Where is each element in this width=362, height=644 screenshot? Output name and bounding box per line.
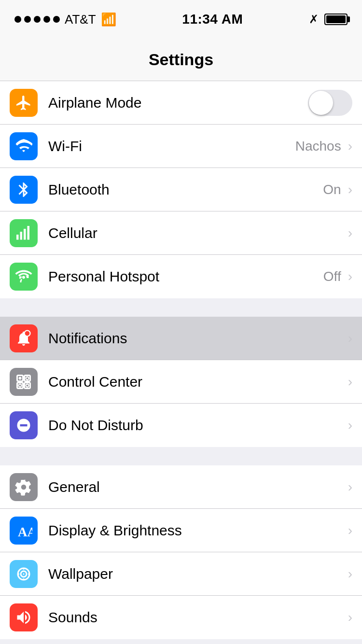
notifications-label: Notifications bbox=[48, 330, 346, 347]
row-cellular[interactable]: Cellular › bbox=[0, 211, 362, 255]
svg-point-18 bbox=[18, 573, 19, 574]
divider-1 bbox=[0, 298, 362, 317]
signal-dots bbox=[14, 16, 60, 23]
svg-text:AA: AA bbox=[18, 525, 32, 539]
status-time: 11:34 AM bbox=[182, 12, 243, 27]
hotspot-label: Personal Hotspot bbox=[48, 268, 323, 285]
row-notifications[interactable]: Notifications › bbox=[0, 317, 362, 360]
dot-1 bbox=[14, 16, 21, 23]
svg-point-11 bbox=[19, 384, 22, 387]
svg-rect-3 bbox=[28, 226, 30, 240]
airplane-mode-toggle[interactable] bbox=[308, 90, 352, 116]
section-device: General › AA Display & Brightness › Wall… bbox=[0, 465, 362, 639]
row-do-not-disturb[interactable]: Do Not Disturb › bbox=[0, 404, 362, 447]
page-title: Settings bbox=[149, 50, 213, 69]
do-not-disturb-label: Do Not Disturb bbox=[48, 417, 346, 434]
section-connectivity: Airplane Mode Wi-Fi Nachos › Bluetooth O… bbox=[0, 81, 362, 298]
wifi-label: Wi-Fi bbox=[48, 138, 295, 154]
page-title-bar: Settings bbox=[0, 39, 362, 81]
control-center-svg bbox=[15, 373, 32, 391]
svg-rect-2 bbox=[24, 229, 26, 240]
wallpaper-chevron: › bbox=[348, 566, 352, 582]
dot-2 bbox=[24, 16, 31, 23]
bluetooth-status-icon: ✗ bbox=[309, 13, 319, 26]
status-bar: AT&T 📶 11:34 AM ✗ bbox=[0, 0, 362, 39]
wifi-value: Nachos bbox=[295, 139, 341, 154]
general-svg bbox=[15, 478, 32, 496]
do-not-disturb-chevron: › bbox=[348, 418, 352, 433]
notifications-chevron: › bbox=[348, 331, 352, 346]
sounds-svg bbox=[15, 609, 32, 626]
svg-point-17 bbox=[23, 578, 25, 580]
bluetooth-svg bbox=[15, 181, 32, 198]
general-label: General bbox=[48, 479, 346, 495]
svg-rect-7 bbox=[17, 382, 23, 388]
display-chevron: › bbox=[348, 523, 352, 538]
row-personal-hotspot[interactable]: Personal Hotspot Off › bbox=[0, 255, 362, 298]
bluetooth-label: Bluetooth bbox=[48, 182, 323, 198]
svg-rect-1 bbox=[20, 232, 23, 240]
row-airplane-mode[interactable]: Airplane Mode bbox=[0, 81, 362, 125]
svg-rect-6 bbox=[25, 375, 30, 381]
wallpaper-svg bbox=[15, 565, 32, 583]
dot-4 bbox=[43, 16, 50, 23]
sounds-label: Sounds bbox=[48, 609, 346, 626]
wallpaper-label: Wallpaper bbox=[48, 566, 346, 582]
row-sounds[interactable]: Sounds › bbox=[0, 596, 362, 639]
svg-point-9 bbox=[19, 377, 22, 379]
cellular-icon bbox=[10, 219, 38, 247]
carrier-label: AT&T bbox=[65, 12, 96, 27]
row-display-brightness[interactable]: AA Display & Brightness › bbox=[0, 509, 362, 552]
bluetooth-value: On bbox=[323, 182, 341, 197]
dot-3 bbox=[34, 16, 41, 23]
wifi-status-icon: 📶 bbox=[101, 12, 116, 27]
status-right: ✗ bbox=[309, 13, 348, 26]
sounds-icon bbox=[10, 603, 38, 631]
bluetooth-icon bbox=[10, 176, 38, 204]
row-general[interactable]: General › bbox=[0, 465, 362, 509]
sounds-chevron: › bbox=[348, 610, 352, 625]
control-center-label: Control Center bbox=[48, 374, 346, 390]
battery-fill bbox=[326, 15, 346, 23]
row-wifi[interactable]: Wi-Fi Nachos › bbox=[0, 125, 362, 168]
notifications-svg bbox=[15, 330, 32, 347]
cellular-svg bbox=[15, 224, 32, 242]
svg-point-19 bbox=[28, 573, 29, 574]
bluetooth-chevron: › bbox=[348, 182, 352, 197]
divider-2 bbox=[0, 447, 362, 465]
svg-point-4 bbox=[25, 330, 30, 336]
hotspot-value: Off bbox=[323, 269, 341, 284]
row-wallpaper[interactable]: Wallpaper › bbox=[0, 552, 362, 596]
do-not-disturb-icon bbox=[10, 411, 38, 439]
svg-rect-0 bbox=[16, 235, 19, 240]
dot-5 bbox=[53, 16, 60, 23]
general-icon bbox=[10, 473, 38, 501]
control-center-chevron: › bbox=[348, 374, 352, 390]
notifications-icon bbox=[10, 324, 38, 352]
cellular-label: Cellular bbox=[48, 225, 346, 241]
svg-point-16 bbox=[23, 568, 25, 570]
wifi-svg bbox=[15, 138, 32, 155]
airplane-svg bbox=[15, 94, 32, 112]
wallpaper-icon bbox=[10, 560, 38, 588]
row-control-center[interactable]: Control Center › bbox=[0, 360, 362, 404]
toggle-knob bbox=[309, 91, 333, 115]
hotspot-svg bbox=[15, 268, 32, 285]
section-notifications: Notifications › Control Center › Do bbox=[0, 317, 362, 447]
svg-point-12 bbox=[26, 384, 29, 387]
status-left: AT&T 📶 bbox=[14, 12, 116, 27]
airplane-mode-label: Airplane Mode bbox=[48, 95, 308, 111]
wifi-chevron: › bbox=[348, 139, 352, 154]
do-not-disturb-svg bbox=[15, 417, 32, 434]
wifi-icon bbox=[10, 132, 38, 160]
svg-rect-8 bbox=[25, 382, 30, 388]
hotspot-chevron: › bbox=[348, 269, 352, 284]
svg-point-15 bbox=[23, 573, 25, 574]
row-bluetooth[interactable]: Bluetooth On › bbox=[0, 168, 362, 211]
hotspot-icon bbox=[10, 263, 38, 291]
svg-point-10 bbox=[26, 377, 29, 379]
battery-icon bbox=[324, 14, 348, 25]
display-label: Display & Brightness bbox=[48, 522, 346, 539]
airplane-mode-icon bbox=[10, 89, 38, 117]
general-chevron: › bbox=[348, 479, 352, 495]
